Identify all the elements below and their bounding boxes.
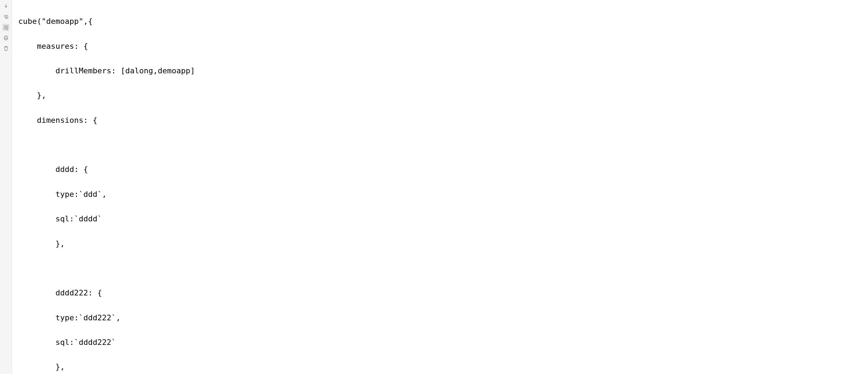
print-icon[interactable]	[2, 34, 9, 41]
code-line: type:`ddd`,	[18, 188, 862, 200]
save-icon[interactable]	[2, 24, 9, 31]
trash-icon[interactable]	[2, 45, 9, 52]
download-icon[interactable]	[2, 3, 9, 10]
code-line: type:`ddd222`,	[18, 312, 862, 324]
code-line: },	[18, 238, 862, 250]
editor-gutter	[0, 0, 12, 374]
code-line: dimensions: {	[18, 114, 862, 126]
code-line: cube("demoapp",{	[18, 15, 862, 27]
code-line: dddd222: {	[18, 287, 862, 299]
code-line: drillMembers: [dalong,demoapp]	[18, 65, 862, 77]
code-line: },	[18, 89, 862, 101]
code-line: measures: {	[18, 40, 862, 52]
code-editor[interactable]: cube("demoapp",{ measures: { drillMember…	[12, 0, 868, 374]
code-line	[18, 262, 862, 274]
code-line: sql:`dddd222`	[18, 336, 862, 348]
wrap-icon[interactable]	[2, 13, 9, 20]
code-line: },	[18, 361, 862, 373]
code-line: sql:`dddd`	[18, 213, 862, 225]
code-line	[18, 139, 862, 151]
code-line: dddd: {	[18, 163, 862, 175]
